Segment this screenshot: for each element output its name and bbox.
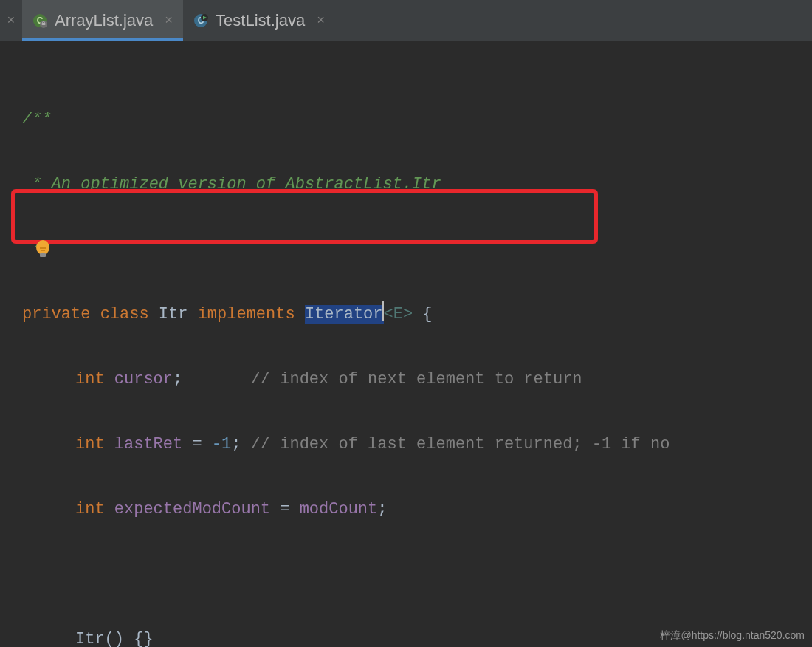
line-comment: // index of last element returned; -1 if… — [251, 435, 670, 453]
intention-bulb-icon[interactable] — [0, 207, 12, 227]
field-modcount: modCount — [300, 500, 378, 518]
watermark-text: 梓漳@https://blog.ntan520.com — [660, 629, 805, 643]
number-neg1: -1 — [212, 435, 231, 453]
equals: = — [270, 500, 300, 518]
generic-e: E — [393, 305, 403, 324]
keyword-int: int — [75, 435, 105, 453]
semicolon: ; — [231, 435, 241, 453]
line-comment: // index of next element to return — [251, 370, 582, 388]
close-icon[interactable]: × — [160, 13, 173, 28]
field-cursor: cursor — [114, 370, 173, 388]
close-icon[interactable]: × — [312, 13, 325, 28]
svg-rect-10 — [40, 253, 46, 257]
empty-body: {} — [134, 630, 153, 647]
keyword-int: int — [75, 370, 105, 388]
java-run-class-icon: C — [193, 13, 208, 28]
code-editor[interactable]: /** * An optimized version of AbstractLi… — [0, 41, 812, 647]
java-class-icon: C — [32, 13, 47, 28]
field-expectedmodcount: expectedModCount — [114, 500, 270, 518]
generic-close: > — [403, 305, 413, 324]
constructor-itr: Itr — [75, 630, 105, 647]
parens: () — [105, 630, 124, 647]
tab-label: TestList.java — [216, 11, 305, 30]
javadoc-line: /** — [22, 110, 52, 129]
semicolon: ; — [173, 370, 182, 388]
tab-close-previous[interactable]: × — [0, 13, 22, 28]
keyword-private: private — [22, 305, 90, 324]
tab-arraylist[interactable]: C ArrayList.java × — [22, 0, 183, 41]
keyword-implements: implements — [198, 305, 295, 324]
class-name-itr: Itr — [159, 305, 188, 324]
keyword-int: int — [75, 500, 105, 518]
generic-open: < — [384, 305, 393, 324]
keyword-class: class — [100, 305, 149, 324]
editor-tab-bar: × C ArrayList.java × C TestList.java × — [0, 0, 812, 41]
tab-testlist[interactable]: C TestList.java × — [183, 0, 335, 41]
semicolon: ; — [377, 500, 387, 518]
equals: = — [182, 435, 212, 453]
javadoc-line: * An optimized version of AbstractList.I… — [22, 175, 441, 194]
selected-identifier-iterator: Iterator — [305, 305, 384, 324]
brace-open: { — [422, 305, 432, 324]
svg-point-9 — [36, 240, 49, 255]
tab-label: ArrayList.java — [55, 11, 153, 30]
field-lastret: lastRet — [114, 435, 182, 453]
